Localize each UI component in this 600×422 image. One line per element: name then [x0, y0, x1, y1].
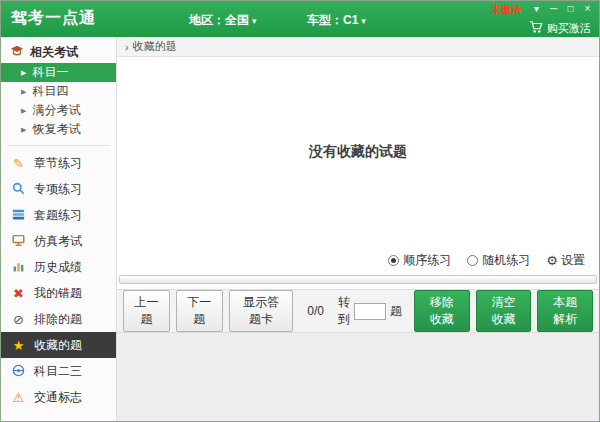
sidebar-item-simulation-exam[interactable]: 仿真考试	[1, 228, 116, 254]
app-body: 相关考试 ▶ 科目一 ▶ 科目四 ▶ 满分考试 ▶ 恢复考试 ✎ 章节练习	[1, 37, 599, 421]
cartype-label: 车型：C1	[307, 12, 358, 29]
triangle-right-icon: ▶	[21, 88, 26, 96]
sidebar-item-excluded-questions[interactable]: ⊘ 排除的题	[1, 306, 116, 332]
sidebar-group-label: 相关考试	[30, 44, 78, 61]
answer-card-button[interactable]: 显示答题卡	[229, 290, 294, 332]
sidebar-item-label: 满分考试	[32, 102, 80, 119]
sidebar-divider	[7, 145, 110, 146]
empty-message: 没有收藏的试题	[309, 143, 407, 161]
sidebar-item-label: 我的错题	[34, 285, 82, 302]
menu-button[interactable]: ▾	[529, 2, 544, 16]
goto-question-group: 转到 题	[338, 294, 402, 328]
sidebar-item-chapter-practice[interactable]: ✎ 章节练习	[1, 150, 116, 176]
triangle-right-icon: ▶	[21, 69, 26, 77]
sidebar: 相关考试 ▶ 科目一 ▶ 科目四 ▶ 满分考试 ▶ 恢复考试 ✎ 章节练习	[1, 37, 117, 421]
app-title: 驾考一点通	[11, 8, 96, 29]
main-panel: › 收藏的题 没有收藏的试题 顺序练习 随机练习 ⚙ 设置	[117, 37, 599, 421]
minimize-button[interactable]: ─	[546, 2, 561, 16]
chevron-down-icon: ▾	[361, 16, 366, 26]
titlebar: 驾考一点通 地区：全国 ▾ 车型：C1 ▾ 未激活 ▾ ─ □ × 购买激活	[1, 1, 599, 37]
cart-icon	[529, 20, 543, 36]
radio-checked-icon	[388, 255, 399, 266]
sidebar-item-label: 仿真考试	[34, 233, 82, 250]
breadcrumb: › 收藏的题	[117, 37, 599, 57]
bottom-toolbar: 上一题 下一题 显示答题卡 0/0 转到 题 移除收藏 清空收藏 本题解析	[117, 289, 599, 333]
question-content-area: 没有收藏的试题	[117, 57, 599, 247]
next-question-button[interactable]: 下一题	[176, 290, 223, 332]
monitor-icon	[11, 234, 26, 249]
star-icon: ★	[11, 339, 26, 352]
red-x-icon: ✖	[11, 287, 26, 300]
progress-bar-wrap	[117, 273, 599, 289]
radio-unchecked-icon	[467, 255, 478, 266]
sidebar-item-label: 科目二三	[34, 363, 82, 380]
triangle-right-icon: ▶	[21, 126, 26, 134]
bottom-filler	[117, 333, 599, 421]
sidebar-group-related-exams[interactable]: 相关考试	[1, 41, 116, 63]
sidebar-item-special-practice[interactable]: 专项练习	[1, 176, 116, 202]
question-analysis-button[interactable]: 本题解析	[537, 290, 593, 332]
bar-chart-icon	[11, 260, 26, 275]
radio-label: 顺序练习	[403, 252, 451, 269]
activation-status[interactable]: 未激活	[491, 3, 521, 17]
sidebar-item-subjects23[interactable]: 科目二三	[1, 358, 116, 384]
excluded-circle-icon: ⊘	[11, 313, 26, 326]
window-controls: ▾ ─ □ ×	[529, 2, 595, 16]
radio-label: 随机练习	[482, 252, 530, 269]
sidebar-item-label: 科目四	[32, 83, 68, 100]
clear-favorite-button[interactable]: 清空收藏	[476, 290, 532, 332]
goto-label-suffix: 题	[390, 303, 402, 320]
pencil-icon: ✎	[11, 157, 26, 170]
sidebar-item-history-scores[interactable]: 历史成绩	[1, 254, 116, 280]
app-window: 驾考一点通 地区：全国 ▾ 车型：C1 ▾ 未激活 ▾ ─ □ × 购买激活 相…	[0, 0, 600, 422]
practice-mode-row: 顺序练习 随机练习 ⚙ 设置	[117, 247, 599, 273]
sidebar-item-label: 套题练习	[34, 207, 82, 224]
sidebar-item-resume-exam[interactable]: ▶ 恢复考试	[1, 120, 116, 139]
steering-wheel-icon	[11, 364, 26, 379]
region-dropdown[interactable]: 地区：全国 ▾	[189, 12, 257, 29]
sidebar-item-label: 历史成绩	[34, 259, 82, 276]
search-icon	[11, 182, 26, 197]
sidebar-item-my-mistakes[interactable]: ✖ 我的错题	[1, 280, 116, 306]
goto-question-input[interactable]	[354, 303, 386, 320]
triangle-right-icon: ▶	[21, 107, 26, 115]
buy-label: 购买激活	[547, 21, 591, 36]
sidebar-item-traffic-signs[interactable]: ⚠ 交通标志	[1, 384, 116, 410]
goto-label-prefix: 转到	[338, 294, 350, 328]
sidebar-item-label: 排除的题	[34, 311, 82, 328]
gear-icon: ⚙	[546, 253, 558, 268]
settings-button[interactable]: ⚙ 设置	[546, 252, 585, 269]
sidebar-item-label: 交通标志	[34, 389, 82, 406]
cartype-dropdown[interactable]: 车型：C1 ▾	[307, 12, 366, 29]
stacked-books-icon	[11, 208, 26, 223]
radio-sequential-practice[interactable]: 顺序练习	[388, 252, 451, 269]
warning-triangle-icon: ⚠	[11, 391, 26, 404]
sidebar-item-label: 科目一	[32, 64, 68, 81]
sidebar-item-label: 恢复考试	[32, 121, 80, 138]
region-label: 地区：全国	[189, 12, 249, 29]
radio-random-practice[interactable]: 随机练习	[467, 252, 530, 269]
close-button[interactable]: ×	[580, 2, 595, 16]
chevron-down-icon: ▾	[252, 16, 257, 26]
grad-cap-icon	[9, 44, 24, 60]
question-progress-count: 0/0	[307, 304, 324, 318]
prev-question-button[interactable]: 上一题	[123, 290, 170, 332]
buy-activation-button[interactable]: 购买激活	[529, 20, 591, 36]
sidebar-item-label: 章节练习	[34, 155, 82, 172]
maximize-button[interactable]: □	[563, 2, 578, 16]
sidebar-item-favorite-questions[interactable]: ★ 收藏的题	[1, 332, 116, 358]
breadcrumb-arrow-icon: ›	[125, 41, 129, 53]
breadcrumb-label: 收藏的题	[133, 39, 177, 54]
settings-label: 设置	[561, 252, 585, 269]
sidebar-item-label: 专项练习	[34, 181, 82, 198]
sidebar-item-subject4[interactable]: ▶ 科目四	[1, 82, 116, 101]
remove-favorite-button[interactable]: 移除收藏	[414, 290, 470, 332]
sidebar-item-subject1[interactable]: ▶ 科目一	[1, 63, 116, 82]
sidebar-item-fullscore-exam[interactable]: ▶ 满分考试	[1, 101, 116, 120]
sidebar-item-label: 收藏的题	[34, 337, 82, 354]
progress-bar	[119, 275, 597, 284]
sidebar-item-set-practice[interactable]: 套题练习	[1, 202, 116, 228]
